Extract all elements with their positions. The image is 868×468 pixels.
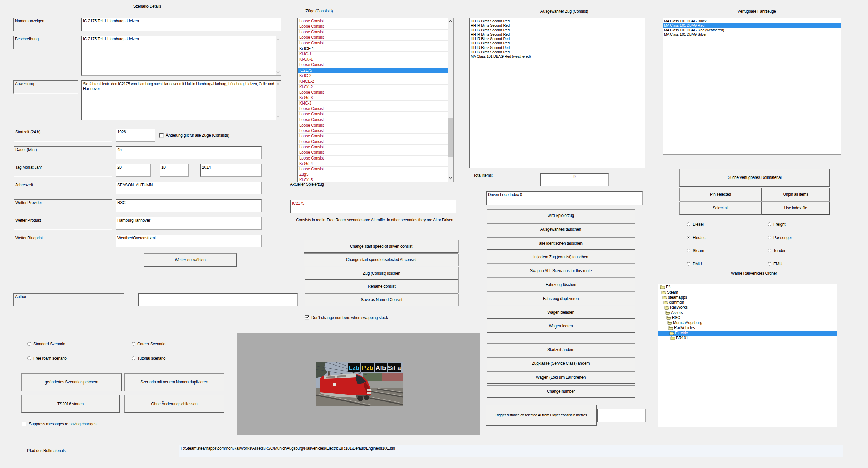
svg-text:Afb: Afb [376,364,386,371]
svg-text:Lzb: Lzb [349,364,359,371]
svg-text:Pzb: Pzb [362,364,373,371]
svg-text:SiFa: SiFa [388,364,401,371]
